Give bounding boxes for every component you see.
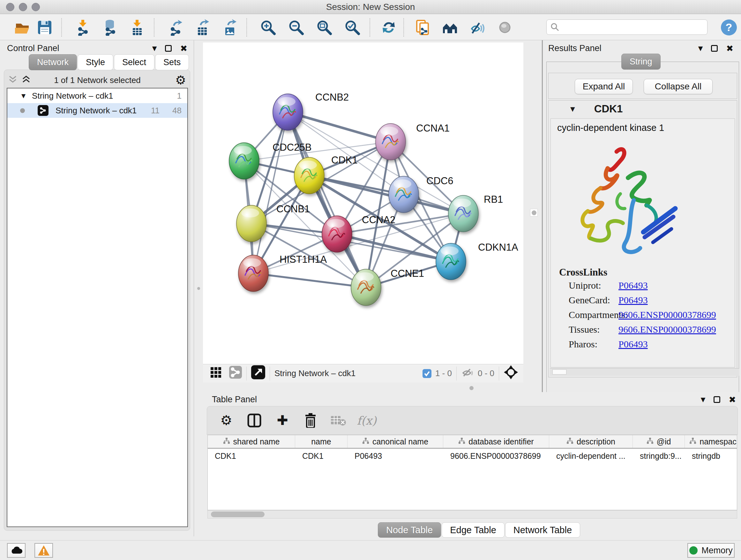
graph-node-CCNA2[interactable] [322,216,352,252]
collapse-all-button[interactable]: Collapse All [644,79,713,94]
zoom-in-icon[interactable] [259,18,277,37]
table-cell[interactable]: CDK1 [208,451,295,461]
table-options-gear-icon[interactable]: ⚙ [219,413,234,428]
zoom-out-icon[interactable] [287,18,305,37]
export-image-icon[interactable] [221,18,239,37]
panel-collapse-icon[interactable]: ▼ [152,45,157,52]
column-header-description[interactable]: description [549,435,633,448]
panel-float-icon[interactable] [714,396,720,403]
network-view-share-icon[interactable] [229,366,242,381]
open-session-icon[interactable] [13,18,31,37]
table-row[interactable]: CDK1CDK1P064939606.ENSP00000378699cyclin… [208,449,737,463]
refresh-icon[interactable] [380,18,398,37]
graph-node-CDC25B[interactable] [229,143,259,179]
tab-string[interactable]: String [621,54,661,70]
protein-header[interactable]: ▼ CDK1 [549,101,737,117]
delete-column-icon[interactable] [303,413,318,428]
table-cell[interactable]: cyclin-dependent ... [549,451,633,461]
tree-expand-icon[interactable]: ▼ [21,92,25,99]
table-cell[interactable]: stringdb [685,451,737,461]
column-header-name[interactable]: name [295,435,347,448]
save-session-icon[interactable] [36,18,54,37]
crosslink-link[interactable]: 9606.ENSP00000378699 [618,309,716,320]
column-header-namespac[interactable]: namespac [685,435,737,448]
graph-edge-hist1h1a-ccne1[interactable] [253,273,366,287]
panel-close-icon[interactable]: ✖ [180,44,187,53]
import-network-database-icon[interactable] [101,18,119,37]
crosslink-link[interactable]: P06493 [618,295,648,306]
crosslink-link[interactable]: P06493 [618,280,648,291]
panel-float-icon[interactable] [711,45,718,52]
network-row[interactable]: String Network – cdk1 11 48 [7,103,187,118]
grid-view-icon[interactable] [210,367,221,380]
show-all-icon[interactable] [496,18,514,37]
selected-nodes-checkbox-icon[interactable] [422,369,431,378]
graph-edge-ccnb2-ccna1[interactable] [288,112,391,142]
tab-network-table[interactable]: Network Table [505,522,580,538]
search-input[interactable] [559,22,707,32]
table-cell[interactable]: P06493 [347,451,443,461]
panel-collapse-icon[interactable]: ▼ [701,396,705,403]
tab-sets[interactable]: Sets [155,54,189,70]
horizontal-splitter-handle[interactable] [469,386,474,390]
results-horizontal-scrollbar[interactable] [550,368,739,376]
tab-select[interactable]: Select [114,54,154,70]
move-tool-crosshair-icon[interactable] [503,365,518,382]
graph-node-CDK1[interactable] [294,158,324,194]
first-neighbors-icon[interactable] [441,18,459,37]
graph-node-CCNB1[interactable] [237,205,266,242]
tab-edge-table[interactable]: Edge Table [442,522,504,538]
network-collection-row[interactable]: ▼ String Network – cdk1 1 [7,88,187,103]
graph-node-CDKN1A[interactable] [436,243,466,280]
expand-all-button[interactable]: Expand All [575,79,633,94]
function-builder-icon[interactable]: f(x) [359,413,374,428]
panel-float-icon[interactable] [165,45,172,52]
create-column-icon[interactable]: ✚ [275,413,290,428]
panel-close-icon[interactable]: ✖ [726,44,733,53]
protein-expand-icon[interactable]: ▼ [570,105,575,112]
memory-button[interactable]: Memory [687,543,735,558]
delete-table-icon[interactable] [331,413,346,428]
network-canvas[interactable]: CCNB2CCNA1CDC25BCDK1CDC6RB1CCNB1CCNA2CDK… [203,43,523,364]
column-header-shared-name[interactable]: shared name [208,435,295,448]
right-splitter-handle[interactable] [530,209,538,216]
column-header-database-identifier[interactable]: database identifier [443,435,549,448]
graph-node-CDC6[interactable] [389,176,419,212]
crosslink-link[interactable]: P06493 [618,339,648,350]
tab-network[interactable]: Network [29,54,77,70]
copy-network-icon[interactable] [414,18,431,37]
graph-node-label-CDK1: CDK1 [331,154,358,166]
panel-collapse-icon[interactable]: ▼ [698,45,703,52]
hidden-eye-icon[interactable] [461,367,474,380]
export-network-icon[interactable] [166,18,185,37]
detach-view-icon[interactable] [251,365,265,381]
warning-button[interactable] [35,543,53,558]
tab-style[interactable]: Style [77,54,113,70]
scrollbar-thumb[interactable] [211,511,265,517]
graph-node-RB1[interactable] [448,195,478,232]
graph-node-HIST1H1A[interactable] [239,255,268,292]
tab-node-table[interactable]: Node Table [378,522,441,538]
panel-close-icon[interactable]: ✖ [729,395,736,405]
help-icon[interactable]: ? [720,18,738,37]
column-header-canonical-name[interactable]: canonical name [347,435,443,448]
graph-node-CCNB2[interactable] [273,94,303,130]
table-cell[interactable]: 9606.ENSP00000378699 [443,451,549,461]
graph-node-CCNA1[interactable] [376,124,406,160]
export-table-icon[interactable] [193,18,211,37]
zoom-selected-icon[interactable] [343,18,361,37]
import-network-file-icon[interactable] [74,18,92,37]
table-horizontal-scrollbar[interactable] [207,510,737,518]
cloud-button[interactable] [7,543,25,558]
show-columns-icon[interactable] [247,413,262,428]
import-table-file-icon[interactable] [128,18,146,37]
table-cell[interactable]: stringdb:9... [633,451,685,461]
left-splitter-handle[interactable] [197,287,200,290]
table-cell[interactable]: CDK1 [295,451,347,461]
graph-node-CCNE1[interactable] [351,269,381,306]
graph-edge-ccnb2-hist1h1a[interactable] [253,112,288,273]
zoom-fit-icon[interactable] [315,18,333,37]
crosslink-link[interactable]: 9606.ENSP00000378699 [618,324,716,335]
hide-selected-icon[interactable] [468,18,486,37]
column-header-@id[interactable]: @id [633,435,685,448]
